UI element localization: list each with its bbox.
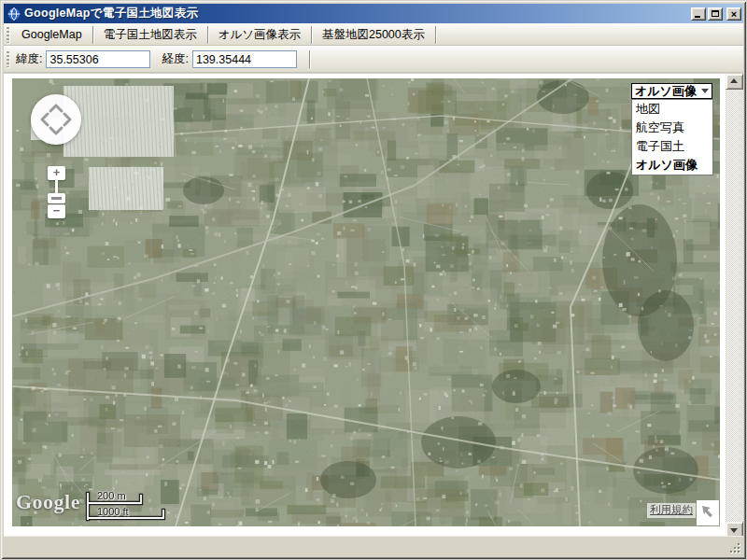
map-type-selected-button[interactable]: オルソ画像 <box>631 83 712 99</box>
zoom-in-button[interactable]: + <box>48 166 65 180</box>
chevron-down-icon <box>701 89 709 97</box>
map-type-option-aerial-photo[interactable]: 航空写真 <box>632 119 712 137</box>
minimize-icon <box>695 16 700 18</box>
toolbar-button-ortho-image[interactable]: オルソ画像表示 <box>211 25 308 45</box>
aerial-imagery[interactable] <box>12 78 720 526</box>
map-type-option-map[interactable]: 地図 <box>632 100 712 119</box>
zoom-out-button[interactable]: − <box>48 204 65 218</box>
toolbar-grip[interactable] <box>7 51 9 67</box>
minimize-button[interactable] <box>691 7 706 21</box>
toolbar-grip[interactable] <box>7 27 9 43</box>
zoom-slider-handle[interactable] <box>48 193 65 203</box>
zoom-slider-track[interactable] <box>55 180 58 193</box>
vertical-scrollbar[interactable] <box>726 74 743 538</box>
pan-control[interactable] <box>31 94 81 145</box>
longitude-input[interactable] <box>192 50 297 68</box>
close-button[interactable]: × <box>726 7 741 21</box>
toolbar-separator <box>311 26 312 44</box>
map-type-option-denshi-kokudo[interactable]: 電子国土 <box>632 137 712 156</box>
triangle-down-icon <box>730 528 738 533</box>
app-window: GoogleMapで電子国土地図表示 × GoogleMap 電子国土地図表示 … <box>0 0 747 560</box>
zoom-control: + − <box>48 166 65 218</box>
toolbar-button-denshi-kokudo[interactable]: 電子国土地図表示 <box>96 25 204 45</box>
scale-metric-label: 200 m <box>97 490 126 501</box>
toolbar-separator <box>435 26 436 44</box>
pan-down-icon <box>50 128 62 133</box>
window-controls: × <box>689 7 741 21</box>
toolbar-separator <box>207 26 208 44</box>
scale-imperial-label: 1000 ft <box>97 506 129 517</box>
maximize-button[interactable] <box>708 7 723 21</box>
status-bar <box>4 536 743 556</box>
main-toolbar: GoogleMap 電子国土地図表示 オルソ画像表示 基盤地図25000表示 <box>4 23 743 46</box>
northwest-arrow-button[interactable] <box>697 500 719 525</box>
scroll-up-button[interactable] <box>726 74 743 90</box>
coordinates-toolbar: 緯度: 経度: <box>4 46 743 73</box>
window-title: GoogleMapで電子国土地図表示 <box>24 6 689 21</box>
longitude-label: 経度: <box>162 51 188 67</box>
triangle-up-icon <box>730 78 738 83</box>
resize-grip[interactable] <box>729 542 741 554</box>
google-logo[interactable]: Google <box>16 490 80 514</box>
map-type-dropdown: オルソ画像 地図 航空写真 電子国土 オルソ画像 <box>631 83 713 175</box>
toolbar-separator <box>92 26 93 44</box>
pan-left-icon <box>42 114 48 125</box>
map-type-selected-label: オルソ画像 <box>635 83 697 100</box>
close-icon: × <box>727 8 740 20</box>
scale-bar: 200 m 1000 ft <box>83 490 169 524</box>
pan-right-icon <box>64 114 70 125</box>
scrollbar-track[interactable] <box>726 90 743 522</box>
toolbar-button-googlemap[interactable]: GoogleMap <box>14 26 90 43</box>
map-viewport[interactable]: + − オルソ画像 地図 航空写真 電子国土 オルソ画像 Googl <box>12 78 720 526</box>
map-client-area: + − オルソ画像 地図 航空写真 電子国土 オルソ画像 Googl <box>4 74 743 556</box>
latitude-label: 緯度: <box>16 51 42 67</box>
pan-up-icon <box>50 105 62 111</box>
latitude-input[interactable] <box>46 50 150 68</box>
terms-link[interactable]: 利用規約 <box>647 503 696 518</box>
toolbar-separator <box>309 50 310 68</box>
title-bar[interactable]: GoogleMapで電子国土地図表示 × <box>4 4 743 23</box>
map-type-options: 地図 航空写真 電子国土 オルソ画像 <box>631 99 713 175</box>
globe-app-icon <box>7 7 21 21</box>
maximize-icon <box>712 10 719 17</box>
northwest-arrow-icon <box>697 500 719 525</box>
toolbar-button-kiban-chizu-25000[interactable]: 基盤地図25000表示 <box>315 25 432 45</box>
map-type-option-ortho-image[interactable]: オルソ画像 <box>632 156 712 175</box>
